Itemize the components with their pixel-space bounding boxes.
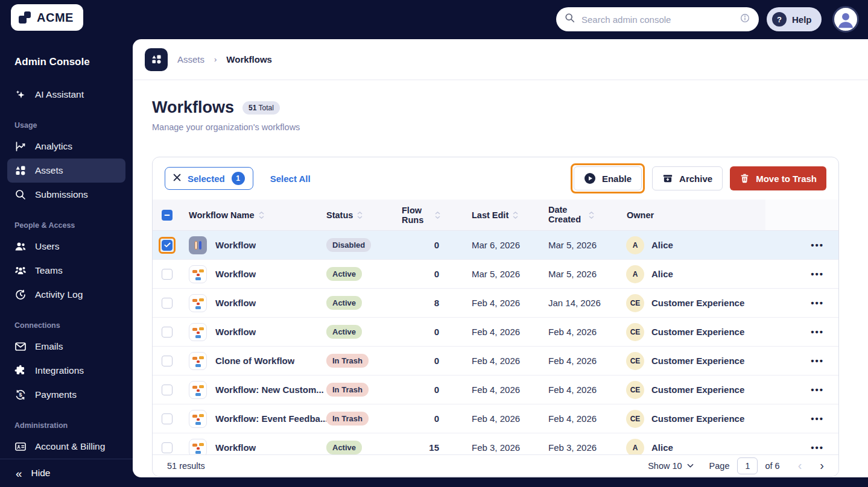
sort-icon[interactable] (259, 212, 264, 219)
total-count-badge: 51 Total (242, 101, 280, 115)
owner-name: Customer Experience (651, 327, 744, 337)
next-page-button[interactable]: › (820, 459, 824, 473)
bulk-actions-toolbar: Selected 1 Select All Enable Archive (153, 157, 838, 200)
workflow-name: Workflow (215, 298, 256, 308)
row-actions-button[interactable]: ••• (811, 240, 824, 250)
sidebar-item-teams[interactable]: Teams (7, 259, 125, 283)
user-avatar[interactable] (832, 6, 859, 33)
row-checkbox[interactable] (162, 442, 173, 453)
search-input[interactable] (581, 14, 733, 25)
row-actions-button[interactable]: ••• (811, 327, 824, 337)
row-actions-button[interactable]: ••• (811, 385, 824, 395)
page-title: Workflows (152, 98, 234, 117)
page-subtitle: Manage your organization's workflows (152, 122, 868, 132)
page-number-input[interactable] (737, 457, 758, 474)
sidebar-section-administration: Administration (14, 421, 133, 430)
row-checkbox[interactable] (162, 356, 173, 366)
enable-button[interactable]: Enable (574, 166, 642, 190)
sidebar-item-payments[interactable]: $ Payments (7, 383, 125, 407)
workflow-icon (189, 410, 207, 428)
row-actions-button[interactable]: ••• (811, 269, 824, 279)
acme-logo[interactable]: ACME (11, 4, 83, 31)
table-row[interactable]: Clone of Workflow In Trash 0 Feb 4, 2026… (153, 347, 838, 375)
checkbox-highlight-annotation (159, 237, 176, 254)
row-actions-button[interactable]: ••• (811, 442, 824, 453)
sort-icon[interactable] (435, 212, 440, 219)
table-row[interactable]: Workflow Active 15 Feb 3, 2026 Feb 3, 20… (153, 433, 838, 454)
status-badge: Active (326, 296, 362, 310)
column-header-workflow-name[interactable]: Workflow Name (182, 210, 326, 220)
archive-button[interactable]: Archive (652, 166, 723, 190)
column-header-flow-runs[interactable]: Flow Runs (402, 206, 456, 225)
sort-icon[interactable] (589, 212, 594, 219)
assets-breadcrumb-icon (145, 48, 168, 71)
sidebar-hide-button[interactable]: « Hide (0, 459, 133, 487)
row-actions-button[interactable]: ••• (811, 298, 824, 308)
question-mark-icon: ? (772, 12, 787, 27)
column-header-actions (765, 200, 838, 230)
row-checkbox[interactable] (162, 413, 173, 424)
workflow-name: Workflow (215, 240, 256, 250)
row-actions-button[interactable]: ••• (811, 413, 824, 424)
select-all-checkbox[interactable] (162, 210, 173, 221)
info-icon[interactable] (740, 13, 750, 26)
admin-search-bar[interactable] (556, 7, 759, 31)
flow-runs-value: 15 (402, 442, 456, 453)
row-actions-button[interactable]: ••• (811, 356, 824, 366)
row-checkbox[interactable] (162, 269, 173, 280)
results-count: 51 results (167, 461, 205, 471)
owner-name: Customer Experience (651, 356, 744, 366)
sidebar-item-analytics[interactable]: Analytics (7, 134, 125, 159)
column-header-last-edit[interactable]: Last Edit (456, 210, 533, 220)
date-created-value: Mar 5, 2026 (533, 269, 611, 279)
flow-runs-value: 0 (402, 269, 456, 279)
clear-selection-button[interactable]: Selected 1 (165, 167, 253, 190)
sidebar-item-account-billing[interactable]: Account & Billing (7, 435, 125, 459)
table-row[interactable]: Workflow Active 0 Feb 4, 2026 Feb 4, 202… (153, 318, 838, 347)
row-checkbox[interactable] (162, 240, 173, 251)
flow-runs-value: 0 (402, 356, 456, 366)
owner-avatar: CE (626, 294, 644, 312)
table-row[interactable]: Workflow Disabled 0 Mar 6, 2026 Mar 5, 2… (153, 231, 838, 260)
sidebar-item-activity-log[interactable]: Activity Log (7, 283, 125, 307)
table-row[interactable]: Workflow: New Custom... In Trash 0 Feb 4… (153, 375, 838, 404)
last-edit-value: Feb 4, 2026 (456, 356, 533, 366)
chart-icon (14, 140, 27, 152)
column-header-date-created[interactable]: Date Created (533, 206, 611, 225)
table-row[interactable]: Workflow Active 8 Feb 4, 2026 Jan 14, 20… (153, 289, 838, 318)
sort-icon[interactable] (513, 212, 518, 219)
status-badge: In Trash (326, 383, 369, 397)
sidebar-item-emails[interactable]: Emails (7, 335, 125, 359)
owner-name: Customer Experience (651, 385, 744, 395)
sidebar-item-submissions[interactable]: Submissions (7, 183, 125, 207)
sidebar-item-assets[interactable]: Assets (7, 159, 125, 183)
owner-avatar: A (626, 265, 644, 283)
sort-icon[interactable] (357, 212, 363, 219)
chevron-down-icon (687, 463, 694, 468)
sidebar-item-ai-assistant[interactable]: AI Assistant (7, 83, 125, 107)
status-badge: In Trash (326, 354, 369, 368)
id-card-icon (14, 441, 27, 453)
sidebar-item-users[interactable]: Users (7, 234, 125, 259)
flow-runs-value: 0 (402, 240, 456, 250)
table-row[interactable]: Workflow: Event Feedba... In Trash 0 Feb… (153, 404, 838, 433)
table-row[interactable]: Workflow Active 0 Mar 5, 2026 Mar 5, 202… (153, 260, 838, 289)
sidebar-item-integrations[interactable]: Integrations (7, 359, 125, 383)
select-all-button[interactable]: Select All (270, 174, 311, 184)
last-edit-value: Mar 6, 2026 (456, 240, 533, 250)
main-panel: Assets › Workflows Workflows 51 Total Ma… (133, 39, 868, 477)
row-checkbox[interactable] (162, 298, 173, 309)
row-checkbox[interactable] (162, 385, 173, 395)
column-header-owner: Owner (611, 210, 765, 220)
status-badge: Active (326, 441, 362, 454)
move-to-trash-button[interactable]: Move to Trash (730, 166, 826, 190)
previous-page-button[interactable]: ‹ (798, 459, 802, 473)
workflow-icon (189, 352, 207, 370)
row-checkbox[interactable] (162, 327, 173, 338)
page-size-select[interactable]: Show 10 (648, 461, 693, 471)
workflow-name: Clone of Workflow (215, 356, 294, 366)
date-created-value: Feb 4, 2026 (533, 413, 611, 424)
breadcrumb-assets-link[interactable]: Assets (177, 54, 204, 64)
help-button[interactable]: ? Help (767, 7, 822, 31)
column-header-status[interactable]: Status (326, 210, 402, 220)
